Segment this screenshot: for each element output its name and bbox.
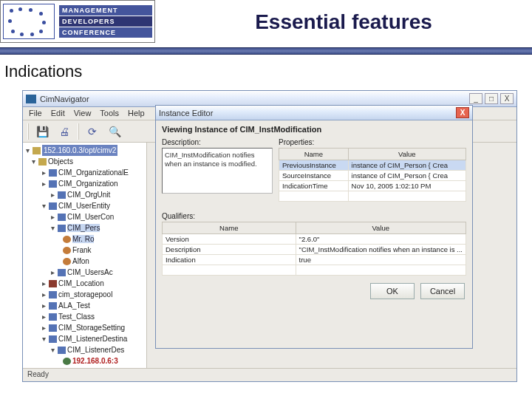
dialog-close-button[interactable]: X: [456, 107, 469, 118]
tree-listener-ip[interactable]: 192.168.0.6:3: [72, 357, 118, 365]
cell: PreviousInstance: [279, 160, 349, 171]
tree-item[interactable]: CIM_Location: [58, 279, 104, 287]
menu-view[interactable]: View: [74, 109, 92, 118]
table-row[interactable]: Description "CIM_InstModification notifi…: [163, 245, 466, 255]
cell: Indication: [163, 255, 296, 265]
mdc-logo: MANAGEMENT DEVELOPERS CONFERENCE: [0, 0, 155, 43]
props-header-value[interactable]: Value: [348, 149, 466, 160]
cell: Description: [163, 245, 296, 255]
tree-item[interactable]: Test_Class: [58, 313, 95, 321]
properties-table[interactable]: Name Value PreviousInstance instance of …: [279, 148, 466, 202]
description-label: Description:: [162, 138, 273, 146]
tree-item[interactable]: CIM_UserEntity: [58, 202, 110, 210]
dialog-title: Instance Editor: [159, 109, 213, 117]
slide-subtitle: Indications: [4, 62, 532, 81]
cell: instance of CIM_Person { Crea: [348, 160, 466, 171]
dialog-titlebar[interactable]: Instance Editor X: [156, 106, 472, 120]
properties-label: Properties:: [279, 138, 466, 146]
qual-header-value[interactable]: Value: [296, 222, 466, 234]
tree-person[interactable]: Mr. Ro: [72, 235, 94, 243]
window-title: CimNavigator: [40, 95, 89, 103]
menu-help[interactable]: Help: [128, 109, 145, 118]
props-header-name[interactable]: Name: [279, 149, 349, 160]
tree-person[interactable]: Alfon: [72, 257, 89, 265]
cell: instance of CIM_Person { Crea: [348, 171, 466, 181]
mdc-logo-dots: [3, 4, 55, 39]
qualifiers-table[interactable]: Name Value Version "2.6.0" Description "…: [162, 222, 466, 276]
status-bar: Ready: [23, 368, 516, 381]
menu-file[interactable]: File: [29, 109, 42, 118]
cell: true: [296, 255, 466, 265]
logo-label-conference: CONFERENCE: [59, 27, 152, 38]
cell: SourceInstance: [279, 171, 349, 181]
logo-label-management: MANAGEMENT: [59, 5, 152, 16]
tree-item[interactable]: CIM_ListenerDestina: [58, 335, 127, 343]
table-row[interactable]: PreviousInstance instance of CIM_Person …: [279, 160, 466, 171]
tree-objects[interactable]: Objects: [48, 157, 73, 166]
logo-label-developers: DEVELOPERS: [59, 16, 152, 27]
cell: "2.6.0": [296, 234, 466, 245]
table-row[interactable]: Version "2.6.0": [163, 234, 466, 245]
table-row[interactable]: IndicationTime Nov 10, 2005 1:02:10 PM: [279, 181, 466, 191]
cell: Nov 10, 2005 1:02:10 PM: [348, 181, 466, 191]
tree-person[interactable]: Frank: [72, 246, 92, 254]
tree-item[interactable]: CIM_OrgUnit: [67, 191, 110, 199]
tree-root[interactable]: 152.160.0.3/opt/cimv2: [42, 145, 117, 156]
cell: "CIM_InstModification notifies when an i…: [296, 245, 466, 255]
tree-item[interactable]: CIM_Organization: [58, 180, 118, 188]
viewing-label: Viewing Instance of CIM_InstModification: [162, 125, 466, 134]
print-icon[interactable]: 🖨: [55, 123, 73, 140]
cancel-button[interactable]: Cancel: [420, 283, 465, 299]
instance-editor-dialog: Instance Editor X Viewing Instance of CI…: [155, 105, 473, 349]
tree-item[interactable]: CIM_UsersAc: [67, 268, 113, 276]
tree-item[interactable]: CIM_StorageSetting: [58, 324, 125, 332]
tree-item[interactable]: CIM_OrganizationalE: [58, 168, 129, 177]
tree-item[interactable]: CIM_UserCon: [67, 213, 114, 221]
tree-item[interactable]: cim_storagepool: [58, 290, 112, 299]
close-button[interactable]: X: [500, 93, 514, 104]
minimize-button[interactable]: _: [469, 93, 482, 104]
tree-item[interactable]: ALA_Test: [58, 301, 90, 310]
slide-divider: [0, 47, 532, 55]
cell: Version: [163, 234, 296, 245]
qual-header-name[interactable]: Name: [163, 222, 296, 234]
slide-title: Essential features: [155, 0, 532, 34]
search-icon[interactable]: 🔍: [106, 123, 123, 140]
menu-edit[interactable]: Edit: [51, 109, 65, 118]
save-icon[interactable]: 💾: [33, 123, 51, 140]
app-icon: [26, 95, 36, 103]
ok-button[interactable]: OK: [370, 283, 415, 299]
table-row[interactable]: Indication true: [163, 255, 466, 265]
table-row[interactable]: SourceInstance instance of CIM_Person { …: [279, 171, 466, 181]
status-text: Ready: [27, 370, 49, 378]
refresh-icon[interactable]: ⟳: [83, 123, 101, 140]
qualifiers-label: Qualifiers:: [162, 212, 466, 220]
menu-tools[interactable]: Tools: [100, 109, 119, 118]
table-row: [279, 191, 466, 202]
table-row: [163, 265, 466, 276]
object-tree[interactable]: ▾152.160.0.3/opt/cimv2 ▾Objects ▸CIM_Org…: [23, 143, 147, 368]
tree-item[interactable]: CIM_ListenerDes: [67, 346, 124, 354]
description-box: CIM_InstModification notifies when an in…: [162, 148, 273, 194]
maximize-button[interactable]: □: [485, 93, 498, 104]
tree-item-selected[interactable]: CIM_Pers: [67, 224, 100, 232]
cell: IndicationTime: [279, 181, 349, 191]
